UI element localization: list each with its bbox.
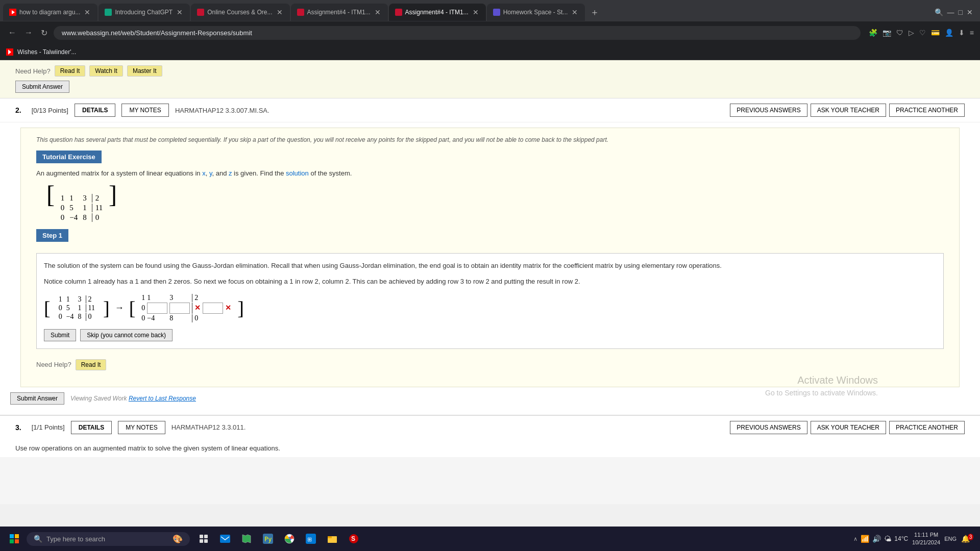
- camera-icon[interactable]: 📷: [883, 29, 891, 37]
- chrome-icon[interactable]: [280, 529, 299, 548]
- temperature: 14°C: [894, 535, 908, 542]
- shield-icon[interactable]: 🛡: [896, 29, 903, 37]
- lang-indicator[interactable]: ENG: [944, 536, 957, 542]
- extensions-icon[interactable]: 🧩: [869, 29, 877, 37]
- input-r2c3[interactable]: [169, 303, 190, 314]
- step1-submit-button[interactable]: Submit: [44, 329, 76, 341]
- step1-skip-button[interactable]: Skip (you cannot come back): [80, 329, 173, 341]
- q2-read-it-button[interactable]: Read It: [76, 359, 107, 370]
- close-icon[interactable]: ✕: [967, 8, 973, 16]
- copilot-icon: 🎨: [173, 534, 183, 544]
- weather-icon[interactable]: 🌤: [884, 535, 891, 543]
- menu-icon[interactable]: ≡: [970, 29, 974, 37]
- q2-details-button[interactable]: DETAILS: [75, 104, 115, 117]
- input-r2c2[interactable]: [147, 303, 167, 314]
- tab-3-close[interactable]: ✕: [276, 8, 284, 16]
- tab-5-title: Assignment#4 - ITM1...: [405, 9, 469, 16]
- address-input[interactable]: [54, 26, 861, 40]
- microsoft-store-icon[interactable]: ⊞: [301, 529, 321, 548]
- svg-text:Py: Py: [264, 536, 272, 543]
- q3-code: HARMATHAP12 3.3.011.: [172, 423, 724, 431]
- svg-rect-4: [200, 535, 203, 538]
- maps-icon[interactable]: [237, 529, 256, 548]
- q1-read-it-button[interactable]: Read It: [55, 65, 86, 77]
- notification-button[interactable]: 🔔 3: [961, 529, 976, 548]
- maximize-icon[interactable]: □: [959, 8, 963, 16]
- matrix-bracket-left: [: [46, 181, 55, 208]
- q3-practice-another-button[interactable]: PRACTICE ANOTHER: [889, 421, 965, 434]
- tab-4-title: Assignment#4 - ITM1...: [307, 9, 371, 16]
- q2-prev-answers-button[interactable]: PREVIOUS ANSWERS: [730, 104, 807, 117]
- search-icon[interactable]: 🔍: [935, 8, 943, 16]
- q2-revert-link[interactable]: Revert to Last Response: [129, 395, 196, 402]
- input-r2c4[interactable]: [203, 303, 223, 314]
- q3-my-notes-button[interactable]: MY NOTES: [118, 421, 165, 434]
- forward-button[interactable]: →: [22, 26, 35, 39]
- tab-1-close[interactable]: ✕: [83, 8, 91, 16]
- svg-rect-7: [204, 539, 208, 543]
- download-icon[interactable]: ⬇: [959, 29, 965, 37]
- matrix-row-3: 0−48 0: [61, 213, 103, 222]
- step1-matrices-row: [ 1132 05111 0−480 ] → [ 1: [44, 293, 936, 323]
- volume-icon[interactable]: 🔊: [872, 535, 881, 543]
- task-view-icon[interactable]: [194, 529, 213, 548]
- q1-watch-it-button[interactable]: Watch It: [89, 65, 123, 77]
- tab-6-title: Homework Space - St...: [503, 9, 568, 16]
- tab-6[interactable]: Homework Space - St... ✕: [487, 4, 585, 21]
- q3-number: 3.: [15, 423, 21, 432]
- back-button[interactable]: ←: [6, 26, 18, 39]
- pinned-title[interactable]: Wishes - Talwiinder'...: [17, 48, 76, 56]
- tab-1-favicon: [9, 9, 16, 16]
- tab-4[interactable]: Assignment#4 - ITM1... ✕: [291, 4, 388, 21]
- file-explorer-icon[interactable]: [323, 529, 342, 548]
- up-arrow-icon[interactable]: ∧: [853, 536, 857, 542]
- q2-practice-another-button[interactable]: PRACTICE ANOTHER: [889, 104, 965, 117]
- tab-4-close[interactable]: ✕: [374, 8, 382, 16]
- tab-1[interactable]: how to diagram argu... ✕: [3, 4, 97, 21]
- send-icon[interactable]: ▷: [909, 29, 914, 37]
- system-tray: ∧ 📶 🔊 🌤 14°C: [853, 535, 908, 543]
- browser-chrome: how to diagram argu... ✕ Introducing Cha…: [0, 0, 980, 60]
- clock[interactable]: 11:11 PM 10/21/2024: [912, 531, 940, 547]
- q2-number: 2.: [15, 106, 21, 114]
- mail-icon[interactable]: [215, 529, 235, 548]
- reload-button[interactable]: ↻: [39, 26, 50, 40]
- q2-submit-answer-button[interactable]: Submit Answer: [10, 392, 64, 405]
- taskbar-search[interactable]: 🔍 Type here to search 🎨: [27, 532, 190, 546]
- q1-submit-answer-button[interactable]: Submit Answer: [15, 81, 69, 93]
- q2-my-notes-button[interactable]: MY NOTES: [121, 104, 168, 117]
- tab-2[interactable]: Introducing ChatGPT ✕: [99, 4, 190, 21]
- q2-ask-teacher-button[interactable]: ASK YOUR TEACHER: [811, 104, 886, 117]
- tab-2-close[interactable]: ✕: [176, 8, 184, 16]
- tab-5[interactable]: Assignment#4 - ITM1... ✕: [389, 4, 486, 21]
- network-icon[interactable]: 📶: [861, 535, 869, 543]
- user-icon[interactable]: 👤: [945, 29, 953, 37]
- pinned-bar: Wishes - Talwiinder'...: [0, 44, 980, 60]
- new-tab-button[interactable]: ＋: [586, 6, 603, 18]
- python-icon[interactable]: Py: [258, 529, 278, 548]
- q2-need-help-row: Need Help? Read It: [36, 359, 944, 370]
- clock-time: 11:11 PM: [912, 531, 940, 539]
- pinned-favicon: [6, 48, 13, 56]
- solution-link[interactable]: solution: [286, 169, 309, 177]
- wallet-icon[interactable]: 💳: [931, 29, 940, 37]
- q1-master-it-button[interactable]: Master It: [127, 65, 162, 77]
- tab-6-close[interactable]: ✕: [571, 8, 579, 16]
- q3-ask-teacher-button[interactable]: ASK YOUR TEACHER: [811, 421, 886, 434]
- tab-3[interactable]: Online Courses & Ore... ✕: [191, 4, 289, 21]
- tab-5-favicon: [395, 9, 402, 16]
- step1-header: Step 1: [36, 229, 68, 242]
- q3-details-button[interactable]: DETAILS: [71, 421, 112, 434]
- q2-header: 2. [0/13 Points] DETAILS MY NOTES HARMAT…: [0, 98, 980, 122]
- new-matrix-bracket-right: ]: [237, 298, 244, 318]
- x-symbol-1: ✕: [194, 304, 201, 312]
- taskbar-search-icon: 🔍: [34, 535, 42, 543]
- notification-badge: 3: [968, 534, 974, 540]
- tab-5-close[interactable]: ✕: [472, 8, 480, 16]
- heart-icon[interactable]: ♡: [919, 29, 926, 37]
- security-icon[interactable]: S: [344, 529, 363, 548]
- svg-rect-6: [200, 539, 203, 543]
- minimize-icon[interactable]: —: [947, 8, 954, 16]
- q3-prev-answers-button[interactable]: PREVIOUS ANSWERS: [730, 421, 807, 434]
- start-button[interactable]: [4, 529, 24, 549]
